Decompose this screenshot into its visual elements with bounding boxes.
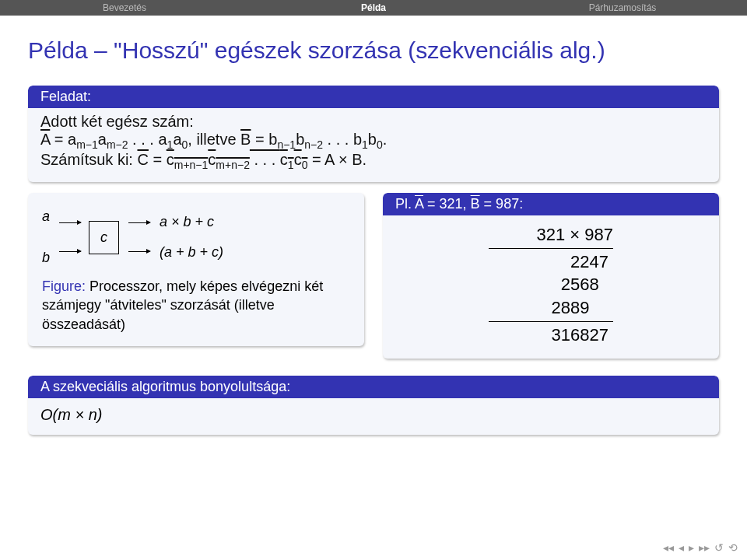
- calc-r1: 321 × 987: [489, 223, 613, 247]
- b-endsub2: 0: [377, 138, 383, 151]
- c-prefix: Számítsuk ki:: [40, 151, 137, 168]
- c-es1: 1: [288, 159, 294, 171]
- b-end2: b: [368, 131, 377, 148]
- ex-a-val: = 321,: [423, 196, 471, 212]
- task-a-def: A = am−1am−2 . . . a1a0, illetve B = bn−…: [40, 131, 707, 151]
- middle-row: a b c a × b + c (a + b + c) Figur: [28, 193, 719, 359]
- task-body: Adott két egész szám: A = am−1am−2 . . .…: [28, 108, 719, 182]
- example-calc: 321 × 987 2247 2568 2889 316827: [383, 215, 719, 359]
- slide-nav: ◂◂ ◂ ▸ ▸▸ ↺ ⟲: [663, 541, 738, 554]
- b-endsub1: 1: [362, 138, 368, 151]
- output-sum: (a + b + c): [160, 244, 223, 261]
- nav-prev-icon[interactable]: ◂: [679, 541, 684, 554]
- b-dots: . . .: [323, 131, 353, 148]
- figure-col: a b c a × b + c (a + b + c) Figur: [28, 193, 364, 359]
- b-end1: b: [353, 131, 362, 148]
- c-dots: . . .: [250, 151, 280, 168]
- b-mid: b: [296, 131, 304, 148]
- complexity-block: A szekveciális algoritmus bonyolultsága:…: [28, 376, 719, 435]
- processor-diagram: a b c a × b + c (a + b + c): [42, 208, 350, 266]
- illetve: , illetve: [188, 131, 240, 148]
- nav-refresh-icon[interactable]: ⟲: [728, 541, 738, 554]
- b-eq: = b: [251, 131, 277, 148]
- a-eq: = a: [50, 131, 76, 148]
- top-nav: Bevezetés Példa Párhuzamosítás: [0, 0, 747, 16]
- c-tail: = A × B.: [307, 151, 366, 168]
- a-end1: a: [158, 131, 167, 148]
- arrow-out1: [128, 222, 150, 223]
- a-sub2: m−2: [107, 138, 128, 151]
- arrow-b: [59, 251, 81, 252]
- figure-caption-lead: Figure:: [42, 278, 86, 294]
- ex-b-val: = 987:: [480, 196, 524, 212]
- task-c-def: Számítsuk ki: C = cm+n−1cm+n−2 . . . c1c…: [40, 151, 707, 171]
- ex-b-over: B: [471, 196, 480, 212]
- complexity-value: O(m × n): [28, 398, 719, 435]
- a-dots: . . .: [128, 131, 159, 148]
- a-mid: a: [98, 131, 107, 148]
- tab-parhuzamositas[interactable]: Párhuzamosítás: [498, 1, 747, 15]
- b-overline: B: [240, 131, 251, 148]
- output-product: a × b + c: [160, 214, 223, 230]
- ex-a-over: A: [415, 196, 423, 212]
- task-block: Feladat: Adott két egész szám: A = am−1a…: [28, 86, 719, 182]
- calc-r2: 2247: [489, 250, 613, 274]
- calc-r4: 2889: [489, 296, 613, 320]
- c-p2: c: [208, 151, 216, 168]
- tab-bevezetes[interactable]: Bevezetés: [0, 1, 249, 15]
- c-e1: c: [280, 151, 288, 168]
- arrow-out2: [128, 251, 150, 252]
- c-s2: m+n−2: [216, 159, 250, 171]
- slide-title: Példa – "Hosszú" egészek szorzása (szekv…: [0, 16, 747, 78]
- a-sub1: m−1: [76, 138, 98, 151]
- calc-rule2: [489, 321, 613, 322]
- c-p1: c: [167, 151, 174, 168]
- processor-box: c: [89, 221, 119, 254]
- nav-next-icon[interactable]: ▸: [689, 541, 694, 554]
- b-sub1: n−1: [277, 138, 296, 151]
- figure-caption: Figure: Processzor, mely képes elvégezni…: [42, 277, 350, 334]
- nav-last-icon[interactable]: ▸▸: [699, 541, 710, 554]
- example-col: Pl. A = 321, B = 987: 321 × 987 2247 256…: [383, 193, 719, 359]
- a-end2: a: [173, 131, 181, 148]
- figure-block: a b c a × b + c (a + b + c) Figur: [28, 193, 364, 346]
- c-s1: m+n−1: [174, 159, 209, 171]
- b-sub2: n−2: [304, 138, 323, 151]
- nav-first-icon[interactable]: ◂◂: [663, 541, 674, 554]
- a-overline: A: [40, 131, 50, 148]
- calc-r5: 316827: [489, 324, 613, 347]
- calc-rule1: [489, 248, 613, 249]
- example-heading: Pl. A = 321, B = 987:: [383, 193, 719, 215]
- example-block: Pl. A = 321, B = 987: 321 × 987 2247 256…: [383, 193, 719, 359]
- nav-undo-icon[interactable]: ↺: [714, 541, 724, 554]
- ex-pre: Pl.: [395, 196, 415, 212]
- c-eq: =: [149, 151, 167, 168]
- input-b: b: [42, 250, 50, 266]
- b-period: .: [383, 131, 388, 148]
- c-e2: c: [294, 151, 302, 168]
- arrow-a: [59, 222, 81, 223]
- complexity-heading: A szekveciális algoritmus bonyolultsága:: [28, 376, 719, 398]
- calc-r3: 2568: [489, 273, 613, 296]
- task-heading: Feladat:: [28, 86, 719, 108]
- tab-pelda[interactable]: Példa: [249, 1, 498, 15]
- task-line1: Adott két egész szám:: [40, 113, 707, 131]
- c-overline: C: [137, 151, 148, 168]
- input-a: a: [42, 208, 50, 225]
